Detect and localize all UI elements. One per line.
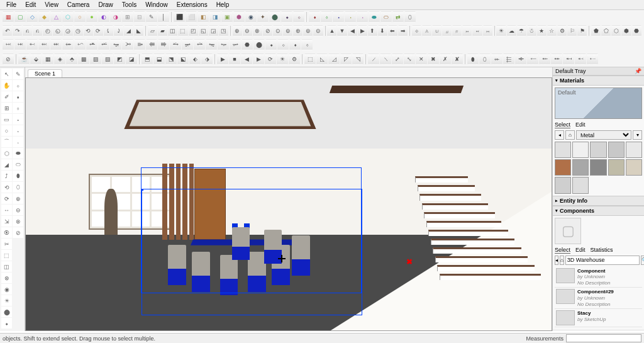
toolbar-button[interactable]: ☀ (496, 25, 506, 37)
tool-button[interactable]: ⊘ (13, 227, 23, 238)
tool-button[interactable]: ⊗ (1, 273, 12, 283)
toolbar-button[interactable]: ⟗ (483, 25, 492, 37)
tool-button[interactable]: ⬭ (13, 159, 23, 170)
toolbar-button[interactable]: ⭈ (182, 39, 193, 50)
toolbar-button[interactable]: ↷ (13, 25, 22, 37)
tray-pin-icon[interactable]: 📌 (635, 68, 641, 74)
toolbar-button[interactable]: ○ (74, 11, 86, 23)
toolbar-button[interactable]: ☕ (18, 53, 30, 65)
toolbar-button[interactable]: ⊛ (293, 25, 303, 37)
tool-button[interactable]: ⬪ (13, 125, 23, 136)
toolbar-button[interactable]: ▩ (78, 53, 89, 65)
tool-button[interactable]: ⬮ (13, 171, 23, 181)
toolbar-button[interactable]: ▶ (358, 25, 367, 37)
toolbar-button[interactable]: ⊕ (233, 25, 242, 37)
toolbar-button[interactable]: ⬨ (321, 11, 332, 23)
toolbar-button[interactable]: ⬦ (293, 11, 304, 23)
toolbar-button[interactable]: ⬣ (242, 39, 253, 50)
toolbar-button[interactable]: ⟍ (380, 53, 391, 65)
toolbar-button[interactable]: ◈ (54, 53, 65, 65)
toolbar-button[interactable]: ◑ (110, 11, 121, 23)
toolbar-button[interactable]: ⬦ (277, 39, 289, 50)
toolbar-button[interactable]: ⚙ (289, 53, 300, 65)
tool-button[interactable]: ◫ (1, 261, 12, 272)
toolbar-button[interactable]: ⬭ (380, 11, 392, 23)
materials-tab-select[interactable]: Select (555, 121, 570, 128)
toolbar-button[interactable]: ⬆ (368, 25, 377, 37)
tray-title-bar[interactable]: Default Tray📌 (553, 67, 644, 76)
toolbar-button[interactable]: ⚐ (567, 25, 577, 37)
tool-button[interactable]: ⊕ (13, 193, 23, 204)
toolbar-button[interactable]: ◪ (126, 53, 137, 65)
toolbar-button[interactable]: ◐ (98, 11, 109, 23)
component-list-item[interactable]: Component#29by UnknownNo Description (555, 288, 642, 309)
tool-button[interactable]: ⌒ (1, 137, 12, 147)
toolbar-button[interactable]: ◴ (43, 25, 52, 37)
tool-button[interactable]: ⇲ (1, 216, 12, 227)
toolbar-button[interactable]: ⊘ (3, 53, 14, 65)
toolbar-button[interactable]: ⟳ (265, 53, 276, 65)
materials-tab-edit[interactable]: Edit (575, 121, 586, 128)
toolbar-button[interactable]: ◇ (26, 11, 38, 23)
toolbar-button[interactable]: ◨ (209, 11, 221, 23)
toolbar-button[interactable]: ▶ (253, 53, 264, 65)
components-tab-select[interactable]: Select (555, 247, 570, 254)
tool-button[interactable]: ⬚ (1, 250, 12, 261)
toolbar-button[interactable]: ⬨ (301, 39, 313, 50)
toolbar-button[interactable]: ✦ (257, 11, 269, 23)
toolbar-button[interactable]: ⬽ (50, 39, 62, 50)
toolbar-button[interactable]: ⬧ (309, 11, 320, 23)
tool-button[interactable]: ☀ (1, 295, 12, 306)
toolbar-button[interactable]: ⬛ (174, 11, 185, 23)
component-source-input[interactable] (565, 256, 640, 265)
toolbar-button[interactable]: ⬬ (369, 11, 380, 23)
menu-camera[interactable]: Camera (64, 1, 94, 9)
toolbar-button[interactable]: ◺ (316, 53, 328, 65)
toolbar-button[interactable]: ☂ (517, 25, 526, 37)
toolbar-button[interactable]: ⊝ (313, 25, 323, 37)
toolbar-button[interactable]: ⭌ (230, 39, 241, 50)
toolbar-button[interactable]: ⟑ (422, 25, 431, 37)
toolbar-button[interactable]: △ (50, 11, 62, 23)
toolbar-button[interactable]: ⬥ (281, 11, 292, 23)
component-list-item[interactable]: Componentby UnknownNo Description (555, 267, 642, 288)
menu-tools[interactable]: Tools (118, 1, 140, 9)
toolbar-button[interactable]: ⬻ (26, 39, 38, 50)
toolbar-button[interactable]: ▱ (148, 25, 157, 37)
tool-button[interactable]: ⬥ (1, 318, 12, 329)
toolbar-button[interactable]: ▶ (217, 53, 228, 65)
toolbar-button[interactable]: ⟕ (462, 25, 472, 37)
toolbar-button[interactable]: ⬾ (62, 39, 74, 50)
material-swatch[interactable] (572, 142, 589, 158)
toolbar-button[interactable]: ◢ (124, 25, 133, 37)
menu-draw[interactable]: Draw (94, 1, 116, 9)
toolbar-button[interactable]: ◆ (38, 11, 50, 23)
toolbar-button[interactable]: ↶ (3, 25, 12, 37)
comp-home-button[interactable]: ⌂ (560, 256, 564, 265)
toolbar-button[interactable]: ⬸ (587, 53, 598, 65)
measurements-input[interactable] (566, 334, 641, 342)
back-button[interactable]: ◂ (555, 130, 564, 140)
menu-file[interactable]: File (3, 1, 20, 9)
toolbar-button[interactable]: ⊜ (303, 25, 313, 37)
toolbar-button[interactable]: ◸ (340, 53, 352, 65)
tool-button[interactable]: ✐ (1, 91, 12, 102)
toolbar-button[interactable]: ⤢ (392, 53, 403, 65)
toolbar-button[interactable]: ⟔ (452, 25, 462, 37)
tool-button[interactable]: ⬬ (13, 148, 23, 159)
toolbar-button[interactable]: ⭂ (110, 39, 121, 50)
toolbar-button[interactable]: ⭄ (134, 39, 145, 50)
toolbar-button[interactable]: ⬤ (269, 11, 280, 23)
toolbar-button[interactable]: ⬚ (304, 53, 316, 65)
toolbar-button[interactable]: ⤹ (104, 25, 113, 37)
tool-button[interactable]: ⊖ (13, 205, 23, 215)
material-swatch[interactable] (590, 142, 606, 158)
tool-button[interactable]: ⬡ (1, 148, 12, 159)
toolbar-button[interactable]: ⎌ (23, 25, 32, 37)
toolbar-button[interactable]: ✘ (452, 53, 463, 65)
material-swatch[interactable] (626, 159, 642, 176)
tool-button[interactable]: ⬦ (13, 80, 23, 91)
toolbar-button[interactable]: ⬹ (3, 39, 14, 50)
toolbar-button[interactable]: ⟲ (84, 25, 93, 37)
toolbar-button[interactable]: ▨ (90, 53, 101, 65)
